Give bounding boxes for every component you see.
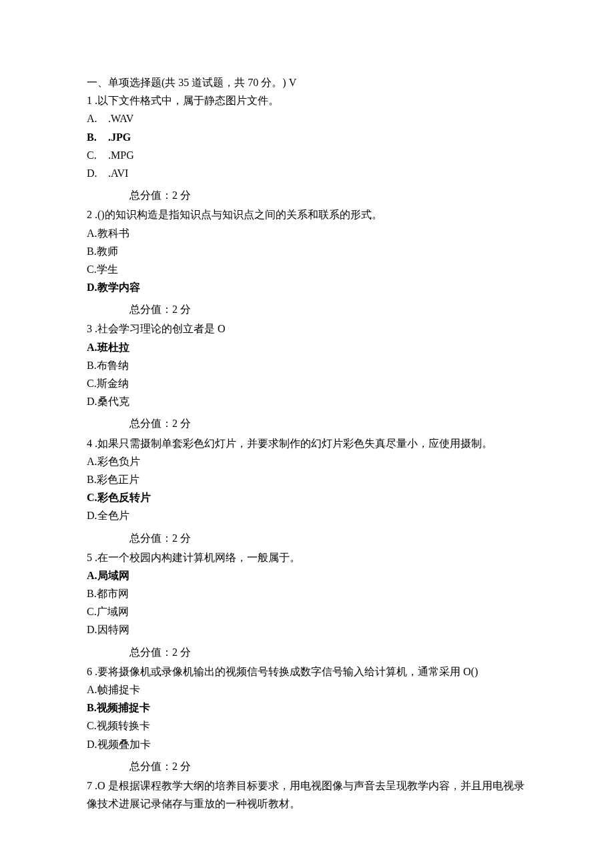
answer-option: B.布鲁纳 — [87, 356, 527, 374]
section-header: 一、单项选择题(共 35 道试题，共 70 分。) V — [87, 73, 527, 91]
option-text: .AVI — [108, 167, 128, 179]
option-text: .JPG — [108, 131, 131, 143]
answer-option: A.彩色负片 — [87, 452, 527, 470]
option-text: .WAV — [108, 113, 133, 124]
answer-option: C.视频转换卡 — [87, 717, 527, 735]
answer-option: D.视频叠加卡 — [87, 735, 527, 753]
exam-page: 一、单项选择题(共 35 道试题，共 70 分。) V1 .以下文件格式中，属于… — [0, 0, 614, 868]
question-stem: 7 .O 是根据课程教学大纲的培养目标要求，用电视图像与声音去呈现教学内容，并且… — [87, 777, 527, 813]
question-score: 总分值：2 分 — [87, 300, 527, 318]
question-score: 总分值：2 分 — [87, 529, 527, 547]
answer-option: A.教科书 — [87, 224, 527, 242]
answer-option: C.斯金纳 — [87, 374, 527, 392]
question-stem: 4 .如果只需摄制单套彩色幻灯片，并要求制作的幻灯片彩色失真尽量小，应使用摄制。 — [87, 434, 527, 452]
answer-option: B..JPG — [87, 128, 527, 146]
answer-option: C..MPG — [87, 146, 527, 164]
question-score: 总分值：2 分 — [87, 414, 527, 432]
answer-option: D.因特网 — [87, 620, 527, 638]
question-stem: 6 .要将摄像机或录像机输出的视频信号转换成数字信号输入给计算机，通常采用 O(… — [87, 663, 527, 681]
answer-option: B.视频捕捉卡 — [87, 699, 527, 717]
answer-option: A.班杜拉 — [87, 338, 527, 356]
question-stem: 2 .()的知识构造是指知识点与知识点之间的关系和联系的形式。 — [87, 205, 527, 224]
option-label: A. — [87, 109, 108, 127]
answer-option: D.全色片 — [87, 506, 527, 524]
answer-option: D.教学内容 — [87, 278, 527, 296]
question-score: 总分值：2 分 — [87, 643, 527, 661]
question-score: 总分值：2 分 — [87, 757, 527, 775]
answer-option: C.广域网 — [87, 602, 527, 620]
answer-option: C.彩色反转片 — [87, 488, 527, 506]
answer-option: B.彩色正片 — [87, 470, 527, 488]
question-stem: 5 .在一个校园内构建计算机网络，一般属于。 — [87, 548, 527, 566]
question-score: 总分值：2 分 — [87, 186, 527, 204]
answer-option: C.学生 — [87, 260, 527, 278]
option-label: C. — [87, 146, 108, 164]
option-text: .MPG — [108, 149, 134, 161]
answer-option: D.桑代克 — [87, 392, 527, 410]
answer-option: B.都市网 — [87, 584, 527, 602]
option-label: B. — [87, 128, 108, 146]
answer-option: A.帧捕捉卡 — [87, 681, 527, 699]
question-stem: 3 .社会学习理论的创立者是 O — [87, 320, 527, 338]
answer-option: B.教师 — [87, 242, 527, 260]
question-stem: 1 .以下文件格式中，属于静态图片文件。 — [87, 91, 527, 109]
answer-option: D..AVI — [87, 164, 527, 182]
answer-option: A..WAV — [87, 109, 527, 127]
option-label: D. — [87, 164, 108, 182]
answer-option: A.局域网 — [87, 566, 527, 584]
